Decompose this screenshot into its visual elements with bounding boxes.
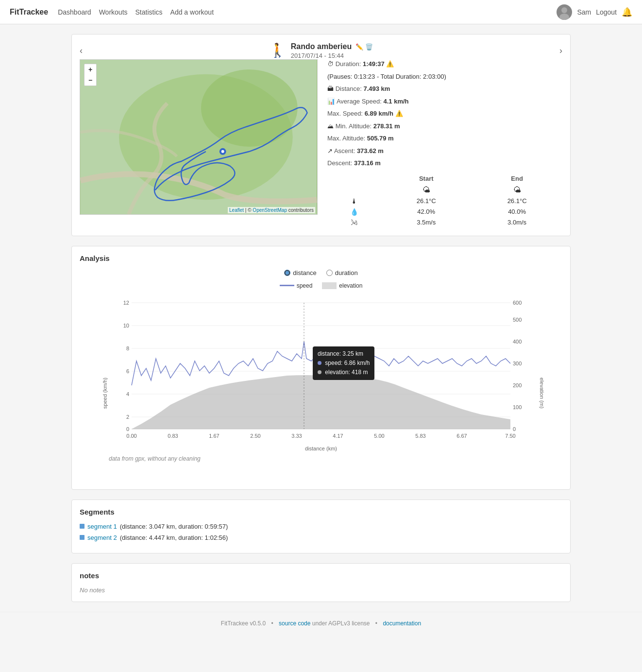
svg-point-1 — [559, 14, 569, 20]
wind-icon: 🌬 — [351, 219, 357, 226]
delete-icon[interactable]: 🗑️ — [365, 43, 373, 51]
stat-pauses: (Pauses: 0:13:23 - Total Duration: 2:03:… — [327, 72, 562, 82]
speed-legend-color — [280, 285, 294, 286]
y-left-label: speed (km/h) — [102, 378, 108, 409]
weather-icon-end: 🌤 — [513, 186, 521, 194]
map-zoom-controls: + − — [84, 64, 97, 86]
source-code-link[interactable]: source code — [279, 620, 310, 627]
map-svg — [80, 60, 317, 214]
wind-row: 🌬 3.5m/s 3.0m/s — [327, 217, 562, 228]
segment-1-link[interactable]: segment 1 — [87, 523, 117, 530]
map-container[interactable]: + − Leaflet | © OpenStreetMap contributo… — [80, 59, 318, 215]
duration-radio[interactable] — [326, 270, 333, 276]
svg-text:5.00: 5.00 — [374, 433, 384, 439]
workout-title: Rando amberieu — [291, 42, 352, 51]
distance-icon: 🏔 — [327, 85, 334, 92]
duration-value-text: 1:49:37 — [363, 60, 385, 68]
distance-radio[interactable] — [284, 270, 290, 276]
stat-max-speed: Max. Speed: 6.89 km/h ⚠️ — [327, 109, 562, 119]
humidity-row: 💧 42.0% 40.0% — [327, 207, 562, 217]
speed-legend: speed — [280, 282, 313, 289]
weather-table: Start End 🌤 🌤 🌡 26.1°C 2 — [327, 173, 562, 228]
svg-text:2: 2 — [126, 414, 129, 420]
max-alt-label: Max. Altitude: — [327, 135, 365, 142]
nav-statistics[interactable]: Statistics — [135, 8, 163, 16]
distance-radio-label[interactable]: distance — [284, 269, 316, 276]
chart-note: data from gpx, without any cleaning — [109, 455, 533, 462]
navbar-right: Sam Logout 🔔 — [557, 4, 632, 20]
svg-text:7.50: 7.50 — [505, 433, 515, 439]
chart-relative-wrapper: speed (km/h) elevation (m) 0 — [109, 298, 533, 451]
humidity-icon: 💧 — [350, 208, 358, 216]
svg-text:5.83: 5.83 — [415, 433, 425, 439]
humidity-start: 42.0% — [381, 207, 472, 217]
notes-content: No notes — [80, 586, 562, 594]
max-alt-value: 505.79 m — [367, 135, 394, 142]
workout-action-icons: ✏️ 🗑️ — [355, 43, 373, 51]
svg-text:0: 0 — [126, 426, 129, 432]
prev-workout-arrow[interactable]: ‹ — [80, 46, 83, 56]
edit-icon[interactable]: ✏️ — [355, 43, 363, 51]
notification-icon[interactable]: 🔔 — [622, 7, 632, 17]
avg-speed-value: 4.1 km/h — [384, 98, 409, 105]
svg-text:500: 500 — [513, 317, 522, 323]
nav-dashboard[interactable]: Dashboard — [58, 8, 91, 16]
svg-text:4: 4 — [126, 391, 129, 397]
nav-workouts[interactable]: Workouts — [99, 8, 128, 16]
descent-label: Descent: — [327, 159, 352, 167]
stat-ascent: ↗ Ascent: 373.62 m — [327, 146, 562, 156]
analysis-card: Analysis distance duration speed elevati… — [71, 246, 571, 490]
chart-controls: distance duration — [80, 269, 562, 276]
docs-link[interactable]: documentation — [383, 620, 421, 627]
svg-text:6.67: 6.67 — [456, 433, 467, 439]
stat-distance: 🏔 Distance: 7.493 km — [327, 84, 562, 94]
svg-text:10: 10 — [123, 323, 129, 328]
brand-link[interactable]: FitTrackee — [10, 8, 48, 17]
wind-end: 3.0m/s — [472, 217, 562, 228]
notes-title: notes — [80, 571, 562, 580]
segment-bullet — [80, 535, 84, 540]
clock-icon: ⏱ — [327, 60, 334, 68]
svg-text:3.33: 3.33 — [291, 433, 302, 439]
svg-point-6 — [221, 150, 224, 153]
elevation-legend-color — [322, 282, 337, 289]
logout-link[interactable]: Logout — [596, 8, 617, 16]
page-content: ‹ 🚶 Rando amberieu ✏️ 🗑️ 2017/07/14 - 15… — [64, 34, 578, 602]
avatar — [557, 4, 572, 20]
duration-label: Duration: — [336, 60, 361, 68]
elevation-legend-label: elevation — [339, 282, 362, 289]
ascent-value: 373.62 m — [357, 147, 384, 155]
max-speed-label: Max. Speed: — [327, 110, 363, 117]
duration-radio-text: duration — [335, 269, 358, 276]
temp-end: 26.1°C — [472, 196, 562, 207]
elevation-area — [132, 375, 510, 429]
nav-add-workout[interactable]: Add a workout — [170, 8, 214, 16]
descent-value: 373.16 m — [354, 159, 381, 167]
warning-icon: ⚠️ — [386, 60, 394, 68]
list-item: segment 1 (distance: 3.047 km, duration:… — [80, 523, 562, 530]
svg-text:6: 6 — [126, 368, 129, 374]
zoom-out-button[interactable]: − — [84, 75, 96, 86]
zoom-in-button[interactable]: + — [84, 64, 96, 75]
distance-label: Distance: — [336, 85, 362, 92]
next-workout-arrow[interactable]: › — [559, 46, 562, 56]
analysis-title: Analysis — [80, 254, 562, 262]
chart-legend: speed elevation — [80, 282, 562, 289]
workout-card: ‹ 🚶 Rando amberieu ✏️ 🗑️ 2017/07/14 - 15… — [71, 34, 571, 236]
leaflet-link[interactable]: Leaflet — [229, 207, 244, 213]
duration-radio-label[interactable]: duration — [326, 269, 358, 276]
speed-legend-label: speed — [297, 282, 313, 289]
osm-link[interactable]: OpenStreetMap — [253, 207, 287, 213]
y-right-label: elevation (m) — [539, 378, 545, 409]
chart-x-label: distance (km) — [109, 446, 533, 451]
min-alt-label: Min. Altitude: — [336, 122, 372, 130]
svg-text:200: 200 — [513, 382, 522, 388]
footer: FitTrackee v0.5.0 • source code under AG… — [0, 612, 642, 635]
svg-text:1.67: 1.67 — [209, 433, 219, 439]
min-alt-value: 278.31 m — [373, 122, 400, 130]
segment-1-detail: (distance: 3.047 km, duration: 0:59:57) — [120, 523, 228, 530]
svg-text:0: 0 — [513, 426, 516, 432]
segment-2-link[interactable]: segment 2 — [87, 534, 117, 541]
segments-title: Segments — [80, 508, 562, 516]
segments-card: Segments segment 1 (distance: 3.047 km, … — [71, 500, 571, 553]
